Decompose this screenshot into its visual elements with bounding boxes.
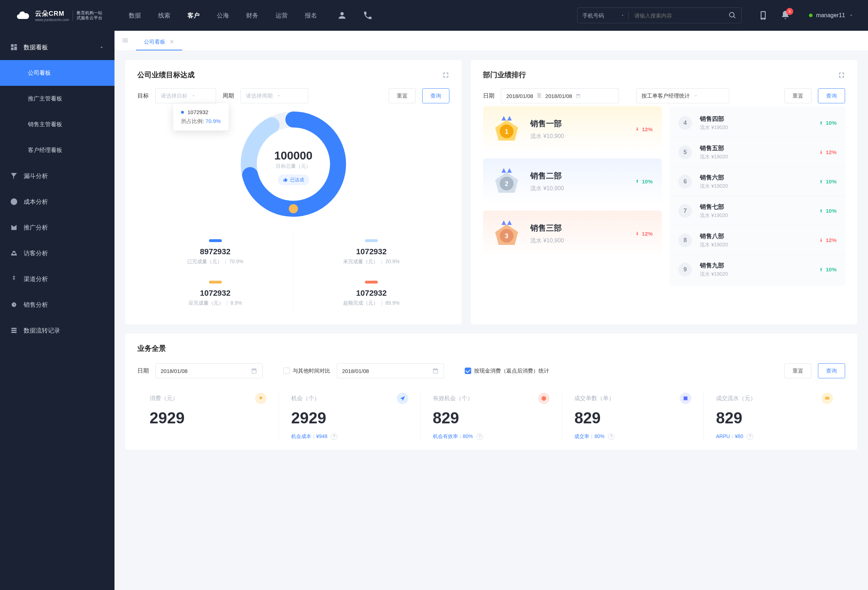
label-target: 目标 bbox=[137, 92, 149, 100]
sidebar-item-0[interactable]: 公司看板 bbox=[0, 60, 115, 86]
rank-row-9: 9销售九部流水 ¥1902010% bbox=[670, 255, 845, 284]
tool-icon bbox=[10, 224, 18, 231]
date-picker-1[interactable]: 2018/01/08 bbox=[155, 363, 263, 378]
search-icon[interactable] bbox=[728, 12, 736, 19]
brand-tagline: 教育机构一站 式服务云平台 bbox=[72, 10, 102, 21]
chevron-down-icon bbox=[191, 93, 196, 99]
sidebar-tool-3[interactable]: 访客分析 bbox=[0, 240, 115, 266]
topnav-item-0[interactable]: 数据 bbox=[129, 12, 141, 20]
svg-marker-10 bbox=[507, 168, 512, 173]
rank-row-6: 6销售六部流水 ¥1902010% bbox=[670, 167, 845, 196]
date-picker-2[interactable]: 2018/01/08 bbox=[337, 363, 444, 378]
topnav-item-5[interactable]: 运营 bbox=[276, 12, 288, 20]
rank-row-5: 5销售五部流水 ¥1902012% bbox=[670, 137, 845, 167]
close-icon[interactable]: ✕ bbox=[170, 38, 174, 45]
page-title: 公司业绩目标达成 bbox=[137, 70, 195, 80]
help-icon[interactable]: ? bbox=[747, 433, 753, 440]
page-title: 业务全景 bbox=[137, 344, 845, 353]
tab-company-board[interactable]: 公司看板 ✕ bbox=[136, 33, 182, 50]
overview-card: 业务全景 日期 2018/01/08 与其他时间对比 2018/01/08 按现… bbox=[125, 334, 857, 450]
podium-item-3: 3销售三部流水 ¥10,90012% bbox=[483, 210, 662, 256]
svg-text:1: 1 bbox=[505, 128, 508, 135]
notification-bell[interactable]: 5 bbox=[780, 10, 790, 21]
topnav-item-4[interactable]: 财务 bbox=[246, 12, 258, 20]
label-date: 日期 bbox=[483, 92, 495, 100]
user-menu[interactable]: manager11 bbox=[809, 12, 854, 19]
person-icon[interactable] bbox=[337, 10, 347, 21]
tool-icon bbox=[10, 198, 18, 206]
kpi-badge-icon bbox=[821, 393, 833, 404]
phone-icon[interactable] bbox=[363, 10, 373, 21]
help-icon[interactable]: ? bbox=[608, 433, 614, 440]
help-icon[interactable]: ? bbox=[477, 433, 483, 440]
search-type-select[interactable]: 手机号码 bbox=[577, 8, 620, 23]
podium-item-1: 1销售一部流水 ¥10,90012% bbox=[483, 106, 662, 152]
topnav-item-2[interactable]: 客户 bbox=[187, 12, 200, 20]
sidebar-item-1[interactable]: 推广主管看板 bbox=[0, 86, 115, 112]
kpi-消费（元）: 消费（元）2929 bbox=[137, 393, 279, 440]
label-date: 日期 bbox=[137, 367, 149, 375]
rank-row-8: 8销售八部流水 ¥1902012% bbox=[670, 225, 845, 255]
compare-checkbox[interactable]: 与其他时间对比 bbox=[283, 368, 330, 374]
kpi-成交流水（元）: 成交流水（元）829ARPU：¥80 ? bbox=[703, 393, 845, 440]
top-nav-icons bbox=[337, 10, 373, 21]
search-input[interactable] bbox=[629, 8, 728, 23]
svg-marker-15 bbox=[507, 220, 512, 225]
reset-button[interactable]: 重置 bbox=[388, 88, 416, 103]
sidebar: 数据看板 公司看板推广主管看板销售主管看板客户经理看板 漏斗分析成本分析推广分析… bbox=[0, 31, 115, 590]
topnav-item-3[interactable]: 公海 bbox=[217, 12, 229, 20]
kpi-badge-icon bbox=[255, 393, 267, 404]
logo[interactable]: 云朵CRM www.yunduocrm.com 教育机构一站 式服务云平台 bbox=[14, 8, 115, 22]
svg-point-3 bbox=[289, 204, 298, 213]
status-dot bbox=[809, 13, 813, 17]
cloud-icon bbox=[14, 8, 31, 22]
tool-icon bbox=[10, 172, 18, 180]
topnav-item-6[interactable]: 报名 bbox=[305, 12, 317, 20]
expand-icon[interactable] bbox=[838, 72, 845, 79]
svg-text:2: 2 bbox=[505, 180, 508, 187]
query-button[interactable]: 查询 bbox=[818, 363, 845, 378]
group-select[interactable]: 按工单客户经理统计 bbox=[636, 88, 729, 103]
target-select[interactable]: 请选择目标 bbox=[155, 88, 216, 103]
svg-marker-5 bbox=[507, 116, 512, 121]
kpi-badge-icon bbox=[680, 393, 691, 404]
sidebar-tool-4[interactable]: 渠道分析 bbox=[0, 266, 115, 292]
sidebar-tool-6[interactable]: 数据流转记录 bbox=[0, 318, 115, 343]
kpi-badge-icon bbox=[397, 393, 408, 404]
query-button[interactable]: 查询 bbox=[818, 88, 845, 103]
query-button[interactable]: 查询 bbox=[422, 88, 449, 103]
brand-name: 云朵CRM bbox=[35, 9, 69, 18]
calendar-icon bbox=[432, 368, 438, 374]
sidebar-group-dashboards[interactable]: 数据看板 bbox=[0, 34, 115, 60]
tool-icon bbox=[10, 301, 18, 309]
dashboard-icon bbox=[10, 43, 18, 51]
period-select[interactable]: 请选择周期 bbox=[241, 88, 309, 103]
kpi-badge-icon bbox=[538, 393, 549, 404]
stat-checkbox[interactable]: 按现金消费（返点后消费）统计 bbox=[465, 368, 549, 374]
topnav-item-1[interactable]: 线索 bbox=[158, 12, 170, 20]
reset-button[interactable]: 重置 bbox=[784, 88, 812, 103]
device-icon[interactable] bbox=[758, 10, 768, 21]
kpi-有效机会（个）: 有效机会（个）829机会有效率：80% ? bbox=[421, 393, 562, 440]
date-range[interactable]: 2018/01/08 至 2018/01/08 bbox=[501, 88, 619, 103]
svg-marker-4 bbox=[502, 116, 506, 121]
calendar-icon bbox=[251, 368, 257, 374]
menu-toggle[interactable] bbox=[118, 30, 132, 50]
sidebar-tool-2[interactable]: 推广分析 bbox=[0, 215, 115, 240]
sidebar-tool-0[interactable]: 漏斗分析 bbox=[0, 163, 115, 189]
chevron-down-icon bbox=[620, 13, 625, 18]
kpi-成交单数（单）: 成交单数（单）829成交率：80% ? bbox=[562, 393, 703, 440]
help-icon[interactable]: ? bbox=[331, 433, 337, 440]
notification-count: 5 bbox=[786, 8, 793, 15]
medal-icon: 1 bbox=[492, 115, 521, 143]
page-title: 部门业绩排行 bbox=[483, 70, 526, 80]
sidebar-tool-5[interactable]: 销售分析 bbox=[0, 292, 115, 318]
chevron-up-icon bbox=[99, 44, 105, 50]
sidebar-tool-1[interactable]: 成本分析 bbox=[0, 189, 115, 215]
rank-row-4: 4销售四部流水 ¥1902010% bbox=[670, 108, 845, 137]
reset-button[interactable]: 重置 bbox=[784, 363, 812, 378]
sidebar-item-3[interactable]: 客户经理看板 bbox=[0, 137, 115, 163]
expand-icon[interactable] bbox=[442, 72, 449, 79]
calendar-icon bbox=[576, 93, 581, 99]
sidebar-item-2[interactable]: 销售主管看板 bbox=[0, 112, 115, 137]
